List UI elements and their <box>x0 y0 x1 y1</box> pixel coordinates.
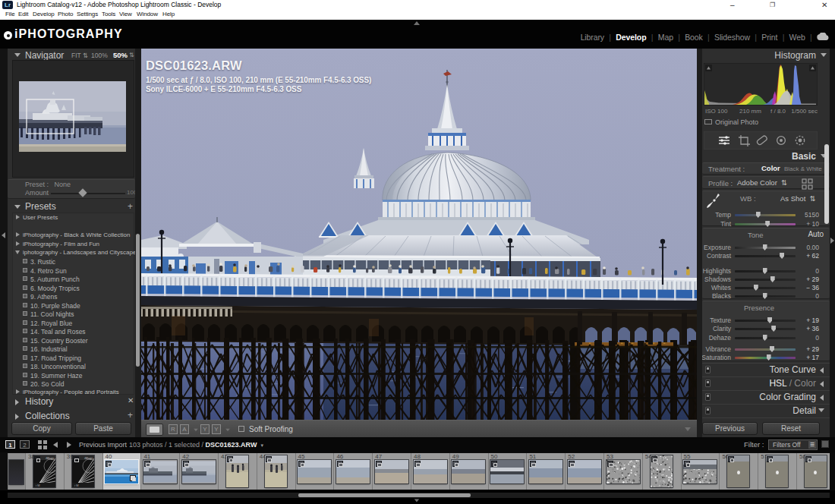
svg-text:i·M: i·M <box>36 484 40 487</box>
svg-text:i·M: i·M <box>74 484 79 487</box>
